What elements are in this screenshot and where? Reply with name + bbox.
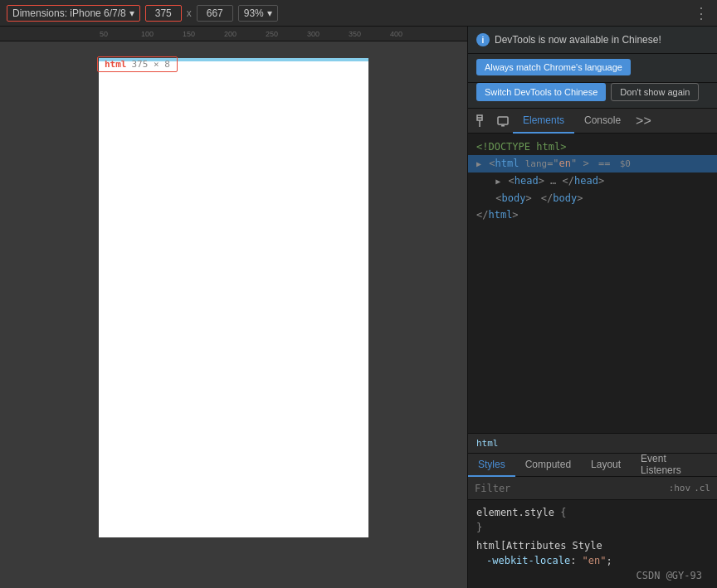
dollar-zero: $0	[620, 158, 631, 169]
bottom-panel: html Styles Computed Layout Event Listen…	[468, 433, 717, 588]
element-style-rule: element.style {	[476, 505, 709, 520]
head-arrow[interactable]: ▶	[495, 177, 500, 186]
switch-language-button[interactable]: Switch DevTools to Chinese	[476, 83, 606, 101]
bottom-tabs: Styles Computed Layout Event Listeners	[468, 454, 717, 477]
tab-styles[interactable]: Styles	[468, 454, 515, 477]
viewport-height-input[interactable]	[197, 5, 233, 22]
html-badge-size: 375 × 8	[132, 59, 170, 70]
webkit-locale-rule: -webkit-locale: "en";	[476, 553, 709, 568]
device-selector[interactable]: Dimensions: iPhone 6/7/8 ▾	[7, 5, 140, 22]
tree-head[interactable]: ▶ <head> … </head>	[468, 173, 717, 190]
device-screen	[99, 58, 368, 537]
filter-bar: :hov .cl	[468, 477, 717, 500]
html-attrs-rule: html[Attributes Style	[476, 538, 709, 553]
devtools-main-tabs: Elements Console >>	[468, 109, 717, 134]
breadcrumb: html	[476, 438, 499, 449]
tree-html[interactable]: ▶ <html lang="en" > == $0	[468, 155, 717, 173]
filter-input[interactable]	[475, 483, 669, 494]
ruler-mark: 300	[307, 30, 349, 38]
element-style-close: }	[476, 520, 709, 535]
inspect-icon[interactable]	[473, 111, 493, 131]
toolbar: Dimensions: iPhone 6/7/8 ▾ x 93% ▾ ⋮	[0, 0, 717, 27]
device-toggle-icon[interactable]	[493, 111, 513, 131]
watermark: CSDN @GY-93	[476, 568, 709, 583]
tab-layout[interactable]: Layout	[581, 454, 631, 477]
ruler-mark: 150	[183, 30, 224, 38]
tab-elements[interactable]: Elements	[513, 109, 574, 134]
svg-rect-2	[501, 125, 505, 127]
zoom-dropdown-icon: ▾	[267, 7, 272, 19]
ruler-mark: 200	[224, 30, 266, 38]
x-separator: x	[187, 7, 192, 19]
expand-arrow[interactable]: ▶	[476, 159, 481, 168]
ruler-mark: 350	[349, 30, 390, 38]
filter-hov[interactable]: :hov	[669, 483, 691, 493]
tree-body[interactable]: <body> </body>	[468, 190, 717, 207]
tab-more-icon[interactable]: >>	[631, 114, 656, 129]
zoom-value: 93%	[244, 7, 264, 19]
device-frame-container: html 375 × 8	[99, 58, 368, 537]
css-content: element.style { } html[Attributes Style …	[468, 500, 717, 588]
filter-cls[interactable]: .cl	[694, 483, 710, 493]
tab-console[interactable]: Console	[574, 109, 631, 134]
tree-doctype: <!DOCTYPE html>	[468, 138, 717, 155]
tree-html-close: </html>	[468, 207, 717, 223]
devtools-language-buttons: Always match Chrome's language	[468, 54, 717, 83]
ruler-mark: 50	[100, 30, 141, 38]
notification-text: DevTools is now available in Chinese!	[495, 34, 661, 46]
viewport-panel: 50 100 150 200 250 300 350 400 html 375 …	[0, 27, 467, 588]
toolbar-more-button[interactable]: ⋮	[694, 4, 710, 22]
devtools-switch-buttons: Switch DevTools to Chinese Don't show ag…	[468, 83, 717, 109]
info-icon: i	[476, 33, 490, 46]
doctype-text: <!DOCTYPE html>	[476, 141, 566, 153]
dont-show-button[interactable]: Don't show again	[611, 83, 699, 101]
html-badge-tag: html	[105, 59, 127, 70]
device-area: html 375 × 8	[0, 41, 467, 588]
html-element-badge: html 375 × 8	[97, 56, 178, 72]
ruler-mark: 400	[390, 30, 432, 38]
match-language-button[interactable]: Always match Chrome's language	[476, 59, 631, 75]
devtools-notification: i DevTools is now available in Chinese!	[468, 27, 717, 54]
svg-rect-1	[498, 117, 508, 124]
tab-computed[interactable]: Computed	[515, 454, 581, 477]
ruler-marks: 50 100 150 200 250 300 350 400	[100, 30, 432, 38]
devtools-panel: i DevTools is now available in Chinese! …	[467, 27, 717, 588]
tab-event-listeners[interactable]: Event Listeners	[631, 454, 717, 477]
elements-tree: <!DOCTYPE html> ▶ <html lang="en" > == $…	[468, 134, 717, 433]
viewport-width-input[interactable]	[145, 5, 182, 22]
horizontal-ruler: 50 100 150 200 250 300 350 400	[0, 27, 467, 41]
breadcrumb-bar: html	[468, 434, 717, 454]
device-dropdown-icon: ▾	[129, 7, 134, 19]
ruler-mark: 100	[141, 30, 183, 38]
zoom-selector[interactable]: 93% ▾	[238, 5, 278, 22]
device-label: Dimensions: iPhone 6/7/8	[12, 7, 126, 19]
ruler-mark: 250	[266, 30, 307, 38]
main-area: 50 100 150 200 250 300 350 400 html 375 …	[0, 27, 717, 588]
